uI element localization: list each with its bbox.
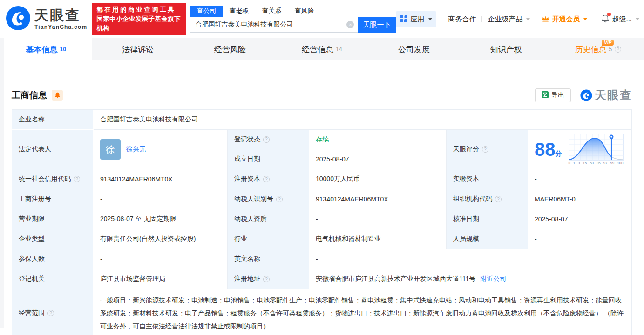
- brand-slogan-badge: 都在用的商业查询工具 国家中小企业发展子基金旗下机构: [92, 3, 186, 35]
- field-value-legal-rep: 徐 徐兴无: [94, 130, 228, 169]
- apps-label: 应用: [410, 15, 424, 24]
- field-value-org-code: MAER06MT-0: [528, 189, 632, 209]
- field-label-reg-status: 登记状态: [228, 130, 309, 149]
- tianyancha-logo-icon: [6, 6, 31, 33]
- chevron-down-icon: [583, 18, 587, 20]
- site-header: 天眼查 TianYanCha.com 都在用的商业查询工具 国家中小企业发展子基…: [0, 0, 644, 38]
- tab-intellectual-property[interactable]: 知识产权: [460, 38, 552, 60]
- search-area: 查公司 查老板 查关系 查风险 天眼一下: [190, 6, 396, 33]
- field-value-establish-date: 2025-08-07: [309, 149, 447, 169]
- search-input[interactable]: [190, 17, 358, 33]
- apps-grid-icon: [400, 15, 407, 24]
- top-nav: 应用 商务合作 企业级产品 开通会员 超级...: [396, 11, 639, 27]
- field-label-company-type: 企业类型: [12, 229, 94, 249]
- score-number: 88: [535, 139, 556, 160]
- excel-icon: [542, 91, 549, 100]
- tab-operation-info[interactable]: 经营信息14: [276, 38, 368, 60]
- field-label-tyc-score: 天眼评分: [447, 130, 528, 169]
- vip-badge: VIP: [602, 40, 614, 46]
- slogan-line-1: 都在用的商业查询工具: [96, 5, 182, 14]
- field-value-credit-code: 91340124MAER06MT0X: [94, 169, 228, 189]
- notification-dot: [607, 13, 611, 16]
- tianyancha-logo[interactable]: 天眼查 TianYanCha.com: [6, 6, 87, 33]
- chevron-down-icon: [526, 18, 530, 20]
- help-icon[interactable]: [615, 46, 621, 53]
- help-icon[interactable]: [263, 276, 270, 282]
- field-label-english-name: 英文名称: [228, 249, 309, 269]
- field-label-org-code: 组织机构代码: [447, 189, 528, 209]
- section-title: 工商信息: [12, 89, 47, 101]
- help-icon[interactable]: [47, 310, 54, 316]
- field-label-address: 注册地址: [228, 269, 309, 289]
- help-icon[interactable]: [482, 146, 488, 153]
- search-tab-relation[interactable]: 查关系: [255, 6, 288, 17]
- logo-domain: TianYanCha.com: [34, 24, 87, 30]
- divider: [481, 16, 482, 22]
- tab-operation-risk[interactable]: 经营风险: [184, 38, 276, 60]
- help-icon[interactable]: [263, 176, 270, 182]
- tab-company-development[interactable]: 公司发展: [368, 38, 460, 60]
- field-label-establish-date: 成立日期: [228, 149, 309, 169]
- field-value-tyc-score: 88分: [528, 130, 632, 169]
- help-icon[interactable]: [263, 136, 270, 143]
- field-label-legal-rep: 法定代表人: [12, 130, 94, 169]
- field-value-industry: 电气机械和器材制造业: [309, 229, 447, 249]
- field-value-business-term: 2025-08-07 至 无固定期限: [94, 209, 228, 229]
- field-value-insured: -: [94, 249, 228, 269]
- tab-legal-proceedings[interactable]: 法律诉讼: [92, 38, 184, 60]
- field-value-taxpayer-id: 91340124MAER06MT0X: [309, 189, 447, 209]
- search-tab-company[interactable]: 查公司: [190, 6, 223, 17]
- field-label-staff-size: 人员规模: [447, 229, 528, 249]
- legal-rep-link[interactable]: 徐兴无: [126, 145, 146, 154]
- nav-open-vip[interactable]: 开通会员: [542, 15, 587, 24]
- tianyancha-watermark-icon: [580, 89, 592, 101]
- field-label-paid-capital: 实缴资本: [447, 169, 528, 189]
- chart-axis-ticks: 0131550859799100: [569, 161, 624, 165]
- field-label-business-scope: 经营范围: [12, 289, 94, 335]
- search-button[interactable]: 天眼一下: [358, 17, 396, 33]
- field-value-staff-size: -: [528, 229, 632, 249]
- notification-bell-icon[interactable]: [601, 14, 610, 25]
- business-info-header: 工商信息 导出 天眼查: [12, 87, 632, 103]
- tab-basic-info[interactable]: 基本信息10: [0, 38, 92, 60]
- chevron-down-icon: [636, 18, 639, 20]
- field-label-taxpayer-id: 纳税人识别号: [228, 189, 309, 209]
- search-tab-boss[interactable]: 查老板: [223, 6, 255, 17]
- field-value-english-name: -: [309, 249, 632, 269]
- nav-super-member[interactable]: 超级...: [612, 15, 639, 24]
- divider: [442, 16, 442, 22]
- search-tabs: 查公司 查老板 查关系 查风险: [190, 6, 396, 17]
- score-distribution-chart: 0131550859799100: [569, 134, 624, 165]
- logo-name: 天眼查: [34, 8, 87, 22]
- nav-business-cooperation[interactable]: 商务合作: [448, 15, 476, 24]
- nearby-companies-link[interactable]: 附近公司: [480, 275, 506, 283]
- help-icon[interactable]: [74, 176, 80, 182]
- legal-rep-avatar[interactable]: 徐: [100, 139, 121, 160]
- subscribe-bell-icon[interactable]: [52, 90, 63, 101]
- field-value-address: 安徽省合肥市庐江县高新技术产业开发区城西大道111号 附近公司: [309, 269, 632, 289]
- apps-menu[interactable]: 应用: [396, 11, 436, 27]
- help-icon[interactable]: [276, 196, 283, 202]
- field-value-company-name: 合肥国轩吉泰美电池科技有限公司: [94, 110, 632, 130]
- nav-enterprise-products[interactable]: 企业级产品: [488, 15, 530, 24]
- export-button[interactable]: 导出: [535, 88, 571, 102]
- field-label-industry: 行业: [228, 229, 309, 249]
- field-value-reg-status: 存续: [309, 130, 447, 149]
- tianyancha-watermark: 天眼查: [580, 87, 632, 103]
- field-value-approval-date: 2025-08-07: [528, 209, 632, 229]
- help-icon[interactable]: [495, 196, 502, 202]
- field-value-taxpayer-quality: -: [309, 209, 447, 229]
- left-gutter: [0, 38, 4, 328]
- search-tab-risk[interactable]: 查风险: [288, 6, 320, 17]
- field-value-company-type: 有限责任公司(自然人投资或控股): [94, 229, 228, 249]
- field-label-approval-date: 核准日期: [447, 209, 528, 229]
- crown-icon: [542, 15, 549, 23]
- field-label-business-term: 营业期限: [12, 209, 94, 229]
- field-value-registry: 庐江县市场监督管理局: [94, 269, 228, 289]
- field-label-company-name: 企业名称: [12, 110, 94, 130]
- field-value-paid-capital: -: [528, 169, 632, 189]
- tab-history-info[interactable]: VIP 历史信息5: [552, 38, 644, 60]
- chevron-down-icon: [428, 18, 432, 20]
- field-value-reg-number: -: [94, 189, 228, 209]
- field-value-reg-capital: 10000万人民币: [309, 169, 447, 189]
